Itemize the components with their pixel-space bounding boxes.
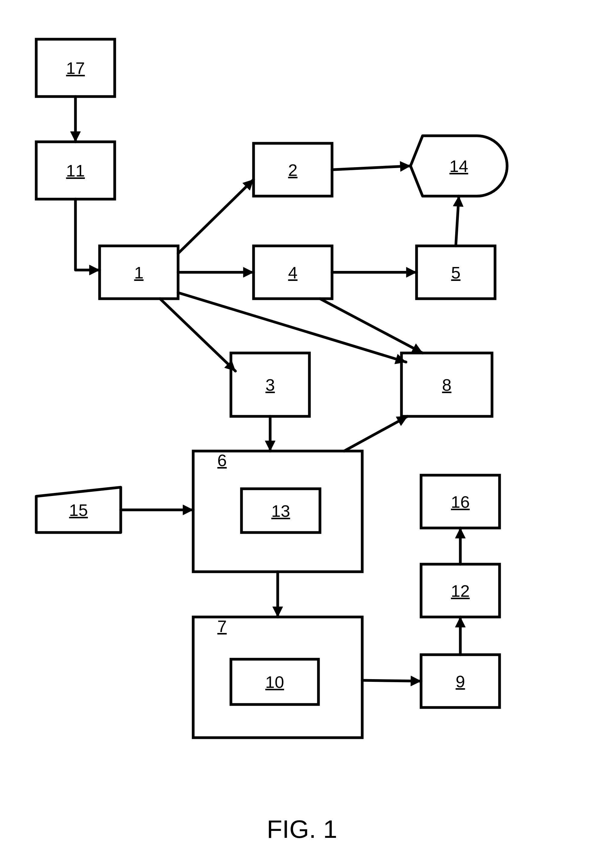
diagram-stage: 1711124514386131571091216 FIG. 1: [0, 0, 604, 868]
svg-rect-14: [421, 475, 500, 528]
svg-rect-1: [36, 142, 115, 199]
diagram-svg: [0, 0, 604, 868]
svg-rect-7: [401, 353, 492, 416]
figure-caption: FIG. 1: [0, 815, 604, 844]
svg-rect-2: [99, 246, 178, 299]
svg-rect-12: [421, 655, 500, 707]
svg-rect-4: [253, 246, 332, 299]
svg-rect-11: [231, 659, 318, 704]
svg-rect-0: [36, 39, 115, 96]
svg-rect-3: [253, 143, 332, 196]
svg-rect-5: [416, 246, 495, 299]
svg-rect-6: [231, 353, 309, 416]
svg-rect-13: [421, 564, 500, 617]
svg-rect-9: [241, 489, 320, 533]
